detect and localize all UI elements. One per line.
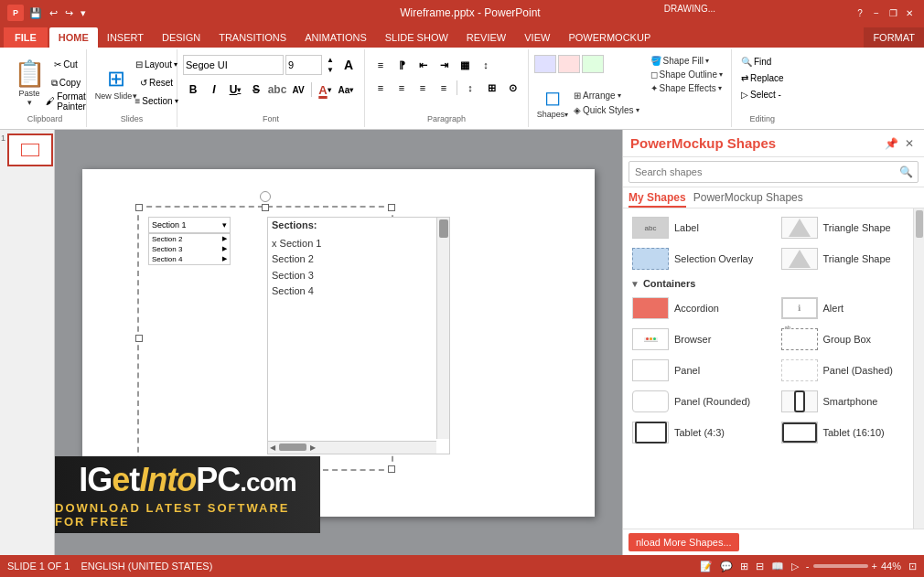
pm-shape-groupbox[interactable]: ab Group Box — [778, 326, 919, 352]
fontcolor-btn[interactable]: A ▾ — [315, 80, 335, 100]
notes-icon[interactable]: 📝 — [700, 561, 713, 572]
pm-shape-tablet1610[interactable]: Tablet (16:10) — [778, 420, 919, 445]
tab-file[interactable]: FILE — [4, 27, 48, 48]
close-btn[interactable]: ✕ — [902, 5, 917, 20]
tab-insert[interactable]: INSERT — [98, 27, 153, 48]
restore-btn[interactable]: ❐ — [886, 5, 900, 20]
paste-button[interactable]: 📋 Paste ▾ — [9, 56, 49, 111]
pm-pin-btn[interactable]: 📌 — [884, 136, 898, 151]
resize-handle-tr[interactable] — [388, 204, 395, 211]
wireframe-container[interactable]: Section 1 ▾ Section 2 ▶ Section 3 ▶ — [137, 206, 393, 471]
bullets-btn[interactable]: ≡ — [371, 55, 391, 75]
view-reading-icon[interactable]: 📖 — [771, 561, 784, 572]
slide-thumbnail[interactable] — [7, 134, 53, 166]
textcase-button[interactable]: Aa ▾ — [336, 80, 356, 100]
resize-handle-br[interactable] — [388, 465, 395, 473]
shadow-button[interactable]: abc — [267, 80, 287, 100]
pm-shape-panel-rounded[interactable]: Panel (Rounded) — [629, 389, 770, 414]
rotate-handle[interactable] — [260, 191, 271, 202]
align-center-btn[interactable]: ≡ — [392, 78, 412, 98]
scroll-arrow-left[interactable]: ◀ — [268, 443, 277, 452]
tab-design[interactable]: DESIGN — [153, 27, 210, 48]
font-increase-btn[interactable]: ▲ — [324, 56, 337, 65]
increase-indent-btn[interactable]: ⇥ — [434, 55, 454, 75]
font-name-input[interactable] — [183, 55, 284, 75]
scroll-arrow-right[interactable]: ▶ — [308, 443, 317, 452]
tab-review[interactable]: REVIEW — [457, 27, 515, 48]
pm-shape-selection[interactable]: Selection Overlay — [629, 246, 770, 272]
align-left-btn[interactable]: ≡ — [371, 78, 391, 98]
smartart-btn[interactable]: ⊙ — [502, 78, 522, 98]
section-item-2[interactable]: Section 2 ▶ — [149, 234, 230, 244]
select-button[interactable]: ▷ Select - — [737, 88, 788, 102]
pm-download-btn[interactable]: nload More Shapes... — [629, 533, 739, 551]
pm-shape-accordion[interactable]: Accordion — [629, 295, 770, 321]
save-qa-btn[interactable]: 💾 — [27, 6, 44, 20]
text-direction-btn[interactable]: ↕ — [460, 78, 480, 98]
canvas-area[interactable]: Section 1 ▾ Section 2 ▶ Section 3 ▶ — [55, 130, 622, 555]
customize-qa-btn[interactable]: ▾ — [79, 6, 88, 20]
strikethrough-button[interactable]: S — [246, 80, 266, 100]
pm-shape-smartphone[interactable]: Smartphone — [778, 389, 919, 414]
help-btn[interactable]: ? — [853, 5, 867, 20]
tab-view[interactable]: VIEW — [515, 27, 559, 48]
tab-transitions[interactable]: TRANSITIONS — [210, 27, 295, 48]
tab-slideshow[interactable]: SLIDE SHOW — [376, 27, 457, 48]
shape-thumb-3[interactable] — [582, 55, 604, 73]
comments-icon[interactable]: 💬 — [720, 561, 733, 572]
quick-styles-button[interactable]: ◈ Quick Styles ▾ — [571, 104, 642, 116]
section-item-4[interactable]: Section 4 ▶ — [149, 254, 230, 264]
redo-qa-btn[interactable]: ↪ — [63, 6, 75, 20]
zoom-slider[interactable] — [813, 564, 868, 568]
containers-section-header[interactable]: ▼ Containers — [629, 274, 919, 293]
font-size-input[interactable] — [285, 55, 322, 75]
tab-powermockup[interactable]: POWERMOCKUP — [559, 27, 660, 48]
decrease-indent-btn[interactable]: ⇤ — [413, 55, 433, 75]
replace-button[interactable]: ⇄ Replace — [737, 71, 788, 85]
section-dropdown[interactable]: Section 1 ▾ — [148, 217, 231, 233]
pm-scrollbar[interactable] — [913, 208, 924, 529]
format-painter-button[interactable]: 🖌 Format Painter — [51, 93, 81, 110]
reset-button[interactable]: ↺ Reset — [142, 75, 171, 91]
sections-panel[interactable]: Sections: x Section 1 Section 2 Section … — [267, 217, 450, 454]
charspacing-button[interactable]: AV — [288, 80, 308, 100]
arrange-button[interactable]: ⊞ Arrange ▾ — [571, 90, 642, 102]
shapes-button[interactable]: ◻ Shapes ▾ — [534, 75, 571, 130]
scroll-thumb-v[interactable] — [439, 219, 448, 238]
align-right-btn[interactable]: ≡ — [413, 78, 433, 98]
scroll-thumb-h[interactable] — [279, 443, 306, 451]
line-spacing-btn[interactable]: ↕ — [476, 55, 496, 75]
pm-shape-panel[interactable]: Panel — [629, 358, 770, 383]
pm-tab-powermockup[interactable]: PowerMockup Shapes — [693, 191, 803, 208]
section-widget[interactable]: Section 1 ▾ Section 2 ▶ Section 3 ▶ — [148, 217, 231, 233]
shape-thumb-2[interactable] — [558, 55, 580, 73]
shape-outline-button[interactable]: ◻ Shape Outline ▾ — [648, 69, 725, 80]
bold-button[interactable]: B — [183, 80, 203, 100]
zoom-out-btn[interactable]: - — [806, 561, 810, 572]
view-normal-icon[interactable]: ⊞ — [740, 561, 748, 572]
pm-shape-label[interactable]: abc Label — [629, 215, 770, 240]
text-align-btn[interactable]: ⊞ — [481, 78, 501, 98]
section-button[interactable]: ≡ Section ▾ — [142, 93, 171, 110]
numbering-btn[interactable]: ⁋ — [392, 55, 412, 75]
columns-btn[interactable]: ▦ — [455, 55, 475, 75]
shape-fill-button[interactable]: 🪣 Shape Fill ▾ — [648, 55, 725, 67]
shape-effects-button[interactable]: ✦ Shape Effects ▾ — [648, 82, 725, 94]
find-button[interactable]: 🔍 Find — [737, 55, 788, 69]
undo-qa-btn[interactable]: ↩ — [48, 6, 59, 20]
underline-button[interactable]: U ▾ — [225, 80, 245, 100]
minimize-btn[interactable]: − — [869, 5, 884, 20]
shape-thumb-1[interactable] — [534, 55, 556, 73]
layout-button[interactable]: ⊟ Layout ▾ — [142, 57, 171, 73]
pm-shape-alert[interactable]: ℹ Alert — [778, 295, 919, 321]
tab-home[interactable]: HOME — [49, 27, 98, 48]
zoom-in-btn[interactable]: + — [872, 561, 877, 572]
tab-animations[interactable]: ANIMATIONS — [295, 27, 376, 48]
view-slide-sorter-icon[interactable]: ⊟ — [756, 561, 764, 572]
pm-shape-browser[interactable]: Browser — [629, 326, 770, 352]
view-slideshow-icon[interactable]: ▷ — [791, 561, 799, 572]
italic-button[interactable]: I — [204, 80, 224, 100]
pm-search-input[interactable] — [629, 161, 919, 183]
pm-tab-myshapes[interactable]: My Shapes — [629, 191, 686, 208]
sections-scrollbar-h[interactable]: ◀ ▶ — [268, 441, 436, 454]
